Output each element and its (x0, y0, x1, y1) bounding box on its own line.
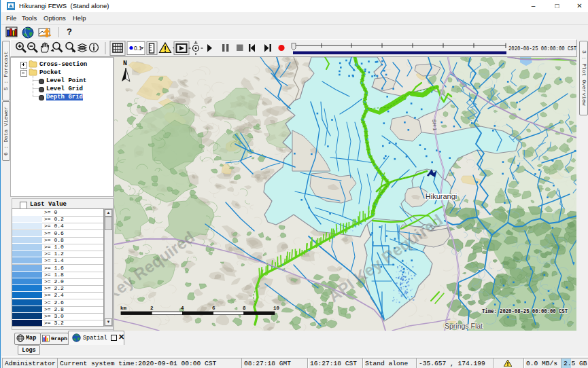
svg-text:4: 4 (181, 306, 184, 311)
svg-text:2020-08-25 00:00:00 CST: 2020-08-25 00:00:00 CST (508, 45, 576, 52)
svg-text:10: 10 (273, 306, 280, 311)
svg-text:SH 1: SH 1 (431, 119, 438, 130)
svg-text:8: 8 (243, 306, 246, 311)
svg-text:km: km (120, 306, 127, 311)
svg-text:6: 6 (212, 306, 215, 311)
svg-text:0.1: 0.1 (134, 45, 142, 52)
svg-text:N: N (123, 60, 127, 67)
svg-text:2: 2 (150, 306, 154, 311)
svg-text:Springs Flat: Springs Flat (445, 322, 483, 330)
svg-text:Hikurangi: Hikurangi (426, 192, 457, 200)
svg-text:Time: 2020-08-25 00:00:00 CST: Time: 2020-08-25 00:00:00 CST (482, 308, 568, 315)
